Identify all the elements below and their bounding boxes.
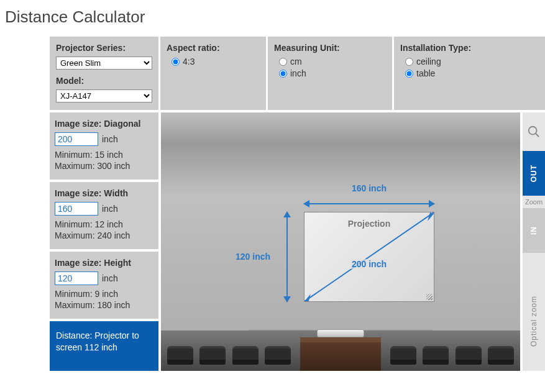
width-unit: inch [102, 204, 118, 214]
aspect-4-3-label: 4:3 [183, 57, 195, 66]
width-input[interactable] [55, 202, 98, 216]
width-max: Maximum: 240 inch [55, 230, 153, 240]
viz-diag-line [305, 212, 434, 301]
unit-inch-label: inch [290, 68, 306, 78]
height-min: Minimum: 9 inch [55, 289, 153, 299]
unit-cm-radio[interactable] [279, 58, 287, 66]
search-icon [527, 125, 541, 139]
spacer [523, 253, 545, 271]
install-table-label: table [416, 68, 435, 78]
zoom-out-button[interactable]: OUT [523, 151, 545, 196]
unit-cm-label: cm [290, 57, 302, 66]
svg-line-4 [536, 134, 539, 137]
series-select[interactable]: Green Slim [56, 57, 152, 70]
page-title: Distance Calculator [0, 0, 545, 37]
unit-label: Measuring Unit: [274, 43, 386, 53]
zoom-in-button[interactable]: IN [523, 208, 545, 253]
diagonal-panel: Image size: Diagonal inch Minimum: 15 in… [50, 112, 158, 180]
install-table-radio[interactable] [405, 70, 413, 78]
diagonal-min: Minimum: 15 inch [55, 150, 153, 160]
width-min: Minimum: 12 inch [55, 219, 153, 229]
install-ceiling-label: ceiling [416, 57, 441, 66]
visualization: 160 inch 120 inch Projection 200 inch Th… [161, 112, 520, 371]
aspect-4-3-radio[interactable] [172, 58, 180, 66]
diagonal-input[interactable] [55, 132, 98, 146]
viz-height-arrow [280, 212, 293, 302]
height-max: Maximum: 180 inch [55, 300, 153, 310]
series-label: Projector Series: [56, 43, 152, 53]
aspect-label: Aspect ratio: [167, 43, 260, 53]
desk [300, 337, 381, 371]
model-select[interactable]: XJ-A147 [56, 89, 152, 103]
unit-panel: Measuring Unit: cm inch [268, 37, 392, 110]
magnify-button[interactable] [523, 112, 545, 151]
svg-point-3 [529, 127, 537, 135]
diagonal-unit: inch [102, 134, 118, 144]
projection-screen[interactable]: Projection 200 inch [304, 212, 434, 302]
aspect-panel: Aspect ratio: 4:3 [160, 37, 266, 110]
install-panel: Installation Type: ceiling table [394, 37, 545, 110]
unit-inch-radio[interactable] [279, 70, 287, 78]
width-panel: Image size: Width inch Minimum: 12 inch … [50, 182, 158, 249]
width-label: Image size: Width [55, 188, 153, 198]
height-label: Image size: Height [55, 258, 153, 268]
model-label: Model: [56, 76, 152, 86]
install-label: Installation Type: [400, 43, 539, 53]
viz-width-label: 160 inch [304, 183, 434, 193]
optical-zoom-label: Optical zoom [523, 271, 545, 371]
height-panel: Image size: Height inch Minimum: 9 inch … [50, 252, 158, 319]
zoom-label: Zoom [523, 196, 545, 208]
diagonal-label: Image size: Diagonal [55, 119, 153, 129]
projector-device [317, 329, 364, 337]
install-ceiling-radio[interactable] [405, 58, 413, 66]
distance-result: Distance: Projector to screen 112 inch [50, 321, 158, 371]
viz-diag-label: 200 inch [350, 259, 388, 269]
height-input[interactable] [55, 271, 98, 285]
svg-line-0 [305, 212, 434, 301]
series-model-panel: Projector Series: Green Slim Model: XJ-A… [50, 37, 158, 110]
height-unit: inch [102, 273, 118, 283]
diagonal-max: Maximum: 300 inch [55, 161, 153, 171]
viz-width-arrow [304, 196, 434, 208]
viz-height-label: 120 inch [236, 252, 270, 262]
